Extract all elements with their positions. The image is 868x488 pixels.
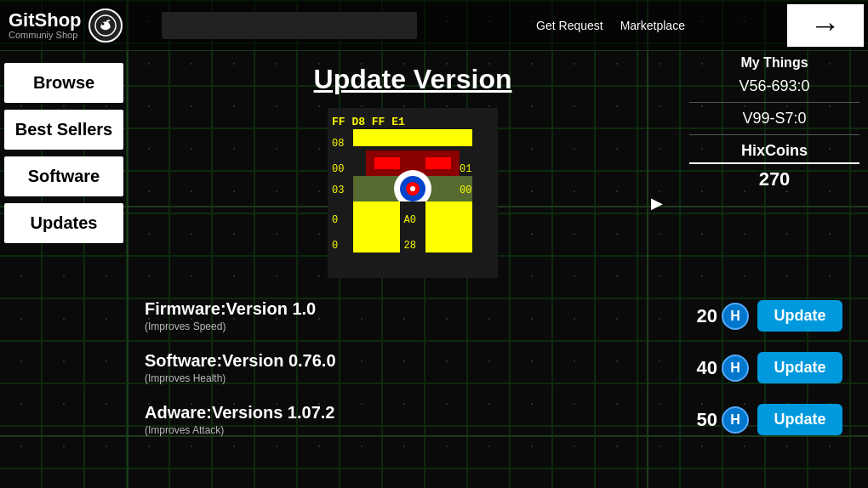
svg-text:00: 00	[332, 163, 344, 175]
adware-cost-area: 50 H	[697, 406, 749, 434]
logo-subtitle: Communiy Shop	[9, 30, 82, 40]
software-desc: (Improves Health)	[145, 372, 697, 384]
version1: V56-693:0	[689, 77, 859, 103]
character-area: FF D8 FF E1 08	[145, 108, 681, 278]
sidebar-item-browse[interactable]: Browse	[4, 63, 123, 103]
software-name: Software:Version 0.76.0	[145, 351, 697, 371]
hixcoins-value: 270	[689, 168, 859, 190]
logo-text: GitShop Communiy Shop	[9, 11, 82, 40]
version2: V99-S7:0	[689, 110, 859, 135]
svg-text:01: 01	[460, 163, 471, 175]
svg-rect-4	[353, 129, 472, 146]
header: GitShop Communiy Shop Get Request Market…	[0, 0, 868, 51]
right-panel: My Things V56-693:0 V99-S7:0 HixCoins 27…	[689, 55, 859, 190]
sidebar-item-updates[interactable]: Updates	[4, 203, 123, 243]
logo-area: GitShop Communiy Shop	[0, 9, 145, 43]
coin-icon-software: H	[722, 355, 749, 382]
svg-point-12	[410, 186, 415, 191]
nav-links: Get Request Marketplace	[434, 19, 787, 32]
svg-text:08: 08	[332, 138, 344, 150]
logo-icon	[89, 9, 123, 43]
page-title: Update Version	[145, 64, 681, 95]
firmware-update-button[interactable]: Update	[757, 300, 842, 332]
svg-text:00: 00	[460, 138, 471, 150]
svg-text:0: 0	[332, 240, 338, 252]
svg-text:00: 00	[460, 184, 471, 196]
forward-button[interactable]: →	[787, 4, 864, 47]
adware-desc: (Improves Attack)	[145, 424, 697, 436]
software-cost-area: 40 H	[697, 355, 749, 382]
logo-bird-icon	[94, 14, 117, 37]
character-image: FF D8 FF E1 08	[328, 108, 498, 278]
svg-text:0: 0	[332, 214, 338, 226]
update-info-adware: Adware:Versions 1.07.2 (Improves Attack)	[145, 403, 697, 436]
firmware-cost: 20	[697, 305, 717, 327]
nav-marketplace[interactable]: Marketplace	[620, 19, 685, 32]
update-row-firmware: Firmware:Version 1.0 (Improves Speed) 20…	[145, 295, 842, 337]
svg-text:01: 01	[460, 240, 471, 252]
adware-name: Adware:Versions 1.07.2	[145, 403, 697, 423]
svg-rect-6	[374, 157, 400, 169]
update-row-software: Software:Version 0.76.0 (Improves Health…	[145, 347, 842, 389]
update-info-firmware: Firmware:Version 1.0 (Improves Speed)	[145, 299, 697, 332]
software-cost: 40	[697, 357, 717, 379]
svg-text:00 28: 00 28	[385, 240, 416, 252]
software-update-button[interactable]: Update	[757, 352, 842, 383]
firmware-name: Firmware:Version 1.0	[145, 299, 697, 319]
sidebar: Browse Best Sellers Software Updates	[0, 51, 128, 488]
svg-text:03: 03	[332, 184, 344, 196]
firmware-cost-area: 20 H	[697, 303, 749, 330]
coin-icon-adware: H	[722, 406, 749, 434]
update-list: Firmware:Version 1.0 (Improves Speed) 20…	[145, 295, 842, 440]
update-info-software: Software:Version 0.76.0 (Improves Health…	[145, 351, 697, 384]
svg-rect-7	[425, 157, 451, 169]
adware-cost: 50	[697, 409, 717, 431]
svg-text:01: 01	[460, 214, 471, 226]
sidebar-item-best-sellers[interactable]: Best Sellers	[4, 110, 123, 150]
arrow-icon: →	[810, 8, 841, 43]
svg-text:FF D8 FF E1: FF D8 FF E1	[332, 116, 405, 128]
search-input[interactable]	[162, 12, 417, 39]
firmware-desc: (Improves Speed)	[145, 321, 697, 332]
my-things-title: My Things	[689, 55, 859, 71]
coin-icon-firmware: H	[722, 303, 749, 330]
sidebar-item-software[interactable]: Software	[4, 156, 123, 196]
hixcoins-label: HixCoins	[689, 142, 859, 164]
svg-point-1	[101, 22, 104, 25]
svg-text:00 A0: 00 A0	[385, 214, 416, 226]
update-row-adware: Adware:Versions 1.07.2 (Improves Attack)…	[145, 399, 842, 440]
nav-get-request[interactable]: Get Request	[536, 19, 603, 32]
logo-title: GitShop	[9, 11, 82, 30]
adware-update-button[interactable]: Update	[757, 404, 842, 435]
